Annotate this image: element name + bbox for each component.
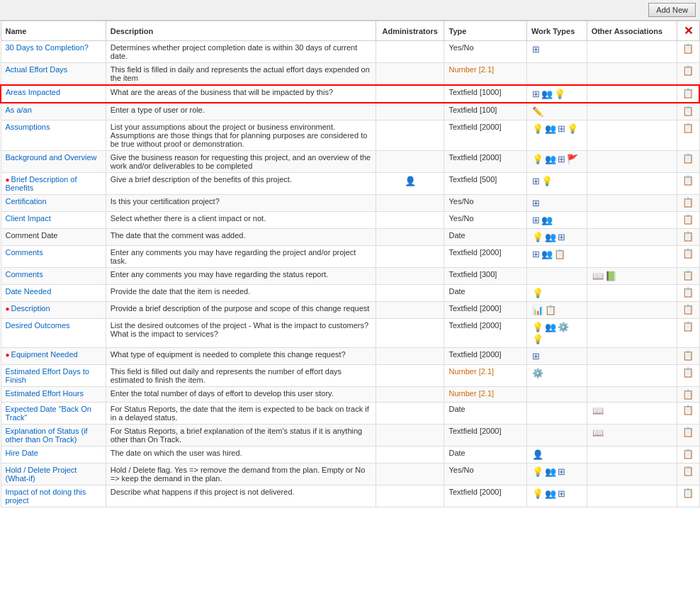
field-admin-cell [376,485,444,507]
field-work-types-cell [526,425,587,446]
field-name-link[interactable]: Comments [6,270,43,279]
field-action-cell: 📋 [677,348,699,365]
field-other-cell [587,63,677,86]
field-work-types-cell [526,268,587,285]
field-name-link[interactable]: Impact of not doing this project [6,488,86,505]
field-work-types-cell: 📊📋 [526,302,587,319]
field-type-cell: Yes/No [444,41,526,63]
field-name-link[interactable]: 30 Days to Completion? [6,43,89,52]
field-admin-cell [376,103,444,120]
copy-icon[interactable]: 📋 [682,153,694,164]
field-type-cell: Yes/No [444,212,526,229]
field-name-link[interactable]: Areas Impacted [6,88,60,96]
field-name-link[interactable]: Expected Date "Back On Track" [6,405,91,422]
copy-icon[interactable]: 📋 [682,466,694,476]
copy-icon[interactable]: 📋 [682,106,694,116]
field-admin-cell [376,151,444,173]
field-name-link[interactable]: Hold / Delete Project (What-if) [6,466,77,483]
field-name-cell: Hold / Delete Project (What-if) [1,464,106,485]
field-type: Number [2.1] [448,389,494,398]
copy-icon[interactable]: 📋 [682,270,694,281]
field-name-cell: Comment Date [1,229,106,246]
copy-icon[interactable]: 📋 [682,214,694,225]
table-row: Desired OutcomesList the desired outcome… [1,319,699,348]
copy-icon[interactable]: 📋 [682,88,694,99]
field-description: Select whether there is a client impact … [111,214,266,223]
copy-icon[interactable]: 📋 [682,321,694,332]
field-description: Enter any comments you may have regardin… [111,270,329,279]
field-name-link[interactable]: Hire Date [6,449,38,457]
copy-icon[interactable]: 📋 [682,405,694,415]
field-other-cell: 📖 [587,425,677,446]
field-work-types-cell [526,387,587,403]
field-name-link[interactable]: Description [11,304,50,313]
field-name-cell: Estimated Effort Days to Finish [1,365,106,387]
field-description-cell: For Status Reports, a brief explanation … [106,425,376,446]
copy-icon[interactable]: 📋 [682,175,694,186]
copy-icon[interactable]: 📋 [682,367,694,378]
copy-icon[interactable]: 📋 [682,427,694,437]
field-name-link[interactable]: Brief Description of Benefits [6,175,77,192]
field-name-link[interactable]: Equipment Needed [11,350,78,359]
field-type: Textfield [2000] [448,304,501,313]
field-name-link[interactable]: Background and Overview [6,153,97,162]
copy-icon[interactable]: 📋 [682,287,694,298]
field-action-cell: 📋 [677,246,699,268]
copy-icon[interactable]: 📋 [682,488,694,498]
field-description: The date that the comment was added. [111,231,246,240]
field-action-cell: 📋 [677,41,699,63]
copy-icon[interactable]: 📋 [682,449,694,459]
field-other-cell: 📖 [587,403,677,425]
field-work-types-cell: 💡👥⚙️💡 [526,319,587,348]
field-admin-cell [376,387,444,403]
field-type-cell: Textfield [2000] [444,319,526,348]
header-work-types: Work Types [526,21,587,41]
field-type-cell: Textfield [2000] [444,246,526,268]
field-name-link[interactable]: Date Needed [6,287,52,296]
required-indicator: ● [6,351,10,359]
field-other-cell [587,365,677,387]
field-admin-cell [376,425,444,446]
add-new-button[interactable]: Add New [648,3,696,17]
copy-icon[interactable]: 📋 [682,248,694,259]
copy-icon[interactable]: 📋 [682,43,694,54]
copy-icon[interactable]: 📋 [682,389,694,400]
field-other-cell [587,302,677,319]
copy-icon[interactable]: 📋 [682,231,694,242]
field-description-cell: Enter any comments you may have regardin… [106,268,376,285]
field-name-link[interactable]: Desired Outcomes [6,321,70,330]
copy-icon[interactable]: 📋 [682,123,694,133]
copy-icon[interactable]: 📋 [682,304,694,315]
field-type: Textfield [2000] [448,153,501,162]
top-bar: Add New [0,0,700,21]
field-admin-cell [376,41,444,63]
copy-icon[interactable]: 📋 [682,65,694,76]
field-work-types-cell [526,63,587,86]
copy-icon[interactable]: 📋 [682,197,694,208]
field-name-link[interactable]: Estimated Effort Hours [6,389,84,398]
field-name-link[interactable]: Actual Effort Days [6,65,68,74]
field-type: Textfield [500] [448,175,497,184]
field-name-link[interactable]: Estimated Effort Days to Finish [6,367,89,384]
field-action-cell: 📋 [677,302,699,319]
table-row: CommentsEnter any comments you may have … [1,246,699,268]
field-admin-cell [376,85,444,103]
field-action-cell: 📋 [677,120,699,151]
table-row: Explanation of Status (if other than On … [1,425,699,446]
copy-icon[interactable]: 📋 [682,350,694,361]
field-type-cell: Yes/No [444,195,526,212]
field-type-cell: Textfield [500] [444,173,526,195]
field-name-link[interactable]: Explanation of Status (if other than On … [6,427,88,444]
field-action-cell: 📋 [677,195,699,212]
field-name-link[interactable]: Client Impact [6,214,51,223]
field-name-link[interactable]: Certification [6,197,47,206]
field-name-link[interactable]: As a/an [6,106,32,114]
field-name-cell: Explanation of Status (if other than On … [1,425,106,446]
field-admin-cell [376,195,444,212]
field-name-link[interactable]: Comments [6,248,43,257]
field-name-link[interactable]: Assumptions [6,123,50,131]
field-action-cell: 📋 [677,365,699,387]
field-other-cell [587,319,677,348]
table-row: Hold / Delete Project (What-if)Hold / De… [1,464,699,485]
field-name-text: Comment Date [6,231,58,240]
